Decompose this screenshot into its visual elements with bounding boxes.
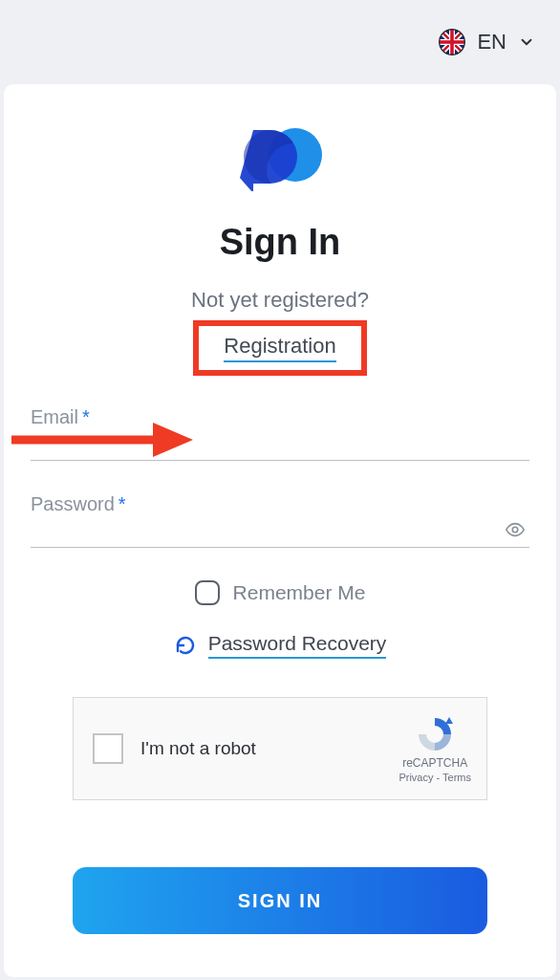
- recaptcha-label: I'm not a robot: [140, 738, 398, 759]
- recaptcha-logo-icon: [415, 714, 455, 754]
- logo-wrap: [4, 124, 556, 191]
- app-logo-icon: [236, 124, 324, 191]
- recaptcha-terms-link[interactable]: Terms: [442, 772, 471, 783]
- registration-link[interactable]: Registration: [224, 334, 335, 362]
- recaptcha-brand-block: reCAPTCHA Privacy - Terms: [398, 714, 471, 783]
- password-label: Password*: [31, 493, 126, 514]
- signin-card: Sign In Not yet registered? Registration…: [4, 84, 556, 977]
- uk-flag-icon: [439, 29, 465, 55]
- email-field-wrap: Email*: [31, 406, 529, 461]
- email-field[interactable]: [31, 428, 529, 461]
- svg-point-10: [512, 527, 518, 533]
- refresh-icon: [174, 634, 197, 657]
- recaptcha-privacy-terms: Privacy - Terms: [398, 772, 471, 783]
- eye-icon[interactable]: [505, 519, 526, 540]
- top-bar: EN: [0, 0, 560, 84]
- registration-highlight-box: Registration: [193, 320, 367, 376]
- recaptcha-privacy-link[interactable]: Privacy: [398, 772, 433, 783]
- password-recovery-link[interactable]: Password Recovery: [208, 632, 387, 659]
- language-selector[interactable]: EN: [439, 29, 535, 55]
- chevron-down-icon: [518, 33, 535, 51]
- language-label: EN: [477, 30, 506, 54]
- remember-row: Remember Me: [4, 580, 556, 605]
- required-star: *: [118, 493, 126, 514]
- password-field[interactable]: [31, 515, 529, 548]
- email-label: Email*: [31, 406, 90, 427]
- remember-label: Remember Me: [233, 581, 366, 604]
- svg-marker-11: [445, 717, 453, 724]
- svg-rect-5: [439, 40, 465, 44]
- password-field-wrap: Password*: [31, 493, 529, 548]
- recaptcha-checkbox[interactable]: [93, 733, 123, 764]
- page-title: Sign In: [4, 222, 556, 263]
- signin-button[interactable]: SIGN IN: [73, 867, 487, 934]
- required-star: *: [82, 406, 90, 427]
- recovery-row: Password Recovery: [4, 632, 556, 659]
- recaptcha-brand-name: reCAPTCHA: [402, 756, 467, 770]
- subtitle: Not yet registered?: [4, 288, 556, 313]
- remember-checkbox[interactable]: [195, 580, 220, 605]
- recaptcha-widget: I'm not a robot reCAPTCHA Privacy - Term…: [73, 697, 487, 800]
